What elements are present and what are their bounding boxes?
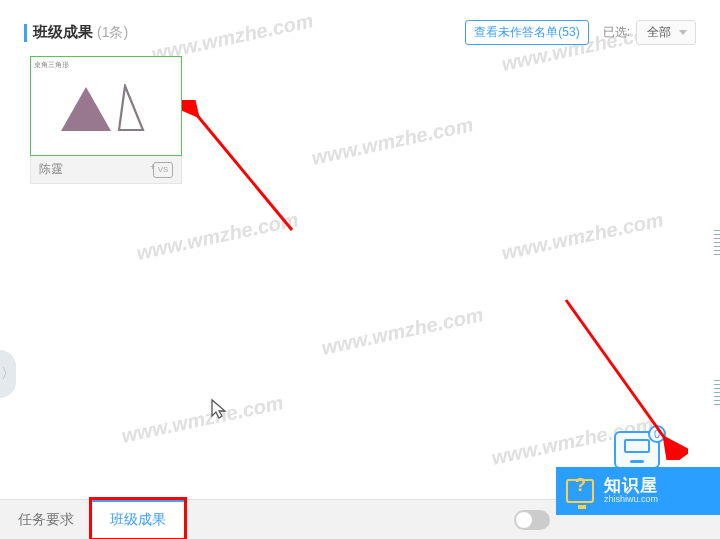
brand-badge: 知识屋 zhishiwu.com	[556, 467, 720, 515]
watermark: www.wmzhe.com	[119, 391, 285, 448]
result-count: (1条)	[97, 24, 128, 42]
toggle-switch[interactable]	[514, 510, 550, 530]
triangle-filled-icon	[61, 87, 111, 131]
tab-class-results[interactable]: 班级成果	[92, 500, 184, 538]
header-bar: 班级成果 (1条) 查看未作答名单(53) 已选: 全部	[24, 20, 696, 45]
svg-line-1	[566, 300, 666, 440]
tab-task-requirements[interactable]: 任务要求	[0, 502, 92, 538]
expand-handle-left[interactable]: 〉	[0, 350, 16, 398]
side-grip-icon[interactable]	[714, 230, 720, 256]
watermark: www.wmzhe.com	[319, 303, 485, 360]
watermark: www.wmzhe.com	[309, 113, 475, 170]
annotation-arrow-icon	[182, 100, 302, 240]
watermark: www.wmzhe.com	[499, 208, 665, 265]
mouse-cursor-icon	[210, 398, 228, 420]
submission-thumbnail[interactable]: 桌角三角形	[30, 56, 182, 156]
card-footer: 陈霆 VS	[30, 156, 182, 184]
compare-icon[interactable]: VS	[153, 162, 173, 178]
selected-label: 已选:	[603, 24, 630, 41]
side-grip-icon[interactable]	[714, 380, 720, 406]
triangle-outline-icon	[117, 84, 145, 132]
thumbnail-caption: 桌角三角形	[34, 60, 69, 70]
view-unanswered-button[interactable]: 查看未作答名单(53)	[465, 20, 588, 45]
brand-logo-icon	[566, 479, 594, 503]
brand-url: zhishiwu.com	[604, 495, 658, 505]
filter-dropdown[interactable]: 全部	[636, 20, 696, 45]
annotation-arrow-icon	[548, 290, 688, 460]
svg-line-0	[196, 114, 292, 230]
brand-name: 知识屋	[604, 477, 658, 496]
student-name: 陈霆	[39, 161, 63, 178]
title-accent	[24, 24, 27, 42]
submission-card[interactable]: 桌角三角形 陈霆 VS	[30, 56, 182, 184]
dropdown-value: 全部	[647, 25, 671, 39]
page-title: 班级成果	[33, 23, 93, 42]
